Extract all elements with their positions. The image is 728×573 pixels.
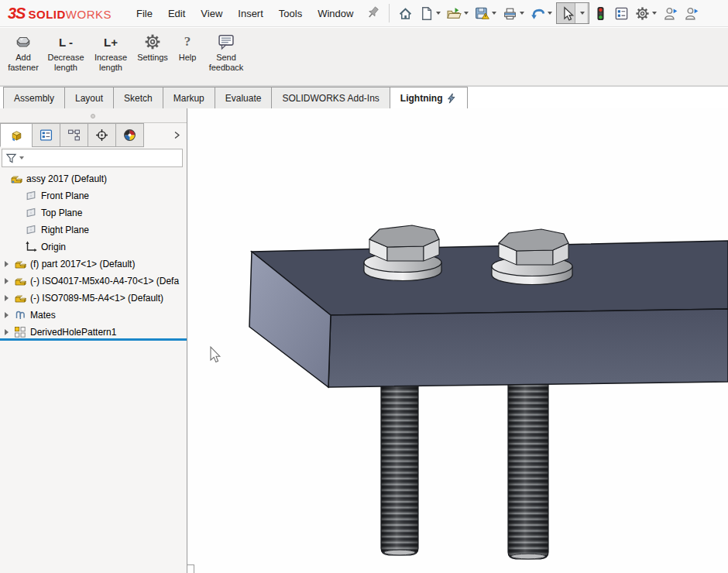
print-dropdown[interactable] bbox=[520, 12, 524, 15]
quick-access-toolbar bbox=[396, 2, 701, 24]
new-document-dropdown[interactable] bbox=[436, 12, 441, 15]
menu-items: File Edit View Insert Tools Window bbox=[129, 3, 361, 24]
part-icon bbox=[14, 292, 26, 304]
feature-manager-panel: assy 2017 (Default) Front Plane Top Plan… bbox=[0, 108, 187, 573]
send-feedback-button[interactable]: Send feedback bbox=[203, 31, 249, 74]
graphics-viewport[interactable] bbox=[187, 108, 728, 573]
options-dropdown[interactable] bbox=[652, 12, 657, 15]
splitter-dot-icon bbox=[91, 114, 95, 118]
configurationmanager-tab[interactable] bbox=[60, 123, 88, 147]
undo-dropdown[interactable] bbox=[548, 12, 552, 15]
tree-item-origin[interactable]: Origin bbox=[0, 238, 187, 256]
home-icon[interactable] bbox=[396, 5, 415, 22]
tab-lightning[interactable]: Lightning bbox=[390, 87, 469, 108]
options-gear-icon[interactable] bbox=[633, 5, 659, 22]
threaded-stud-right[interactable] bbox=[508, 379, 548, 559]
expand-arrow-icon[interactable] bbox=[5, 295, 9, 301]
open-dropdown[interactable] bbox=[464, 12, 469, 15]
plane-icon bbox=[25, 190, 37, 202]
dimxpertmanager-tab[interactable] bbox=[88, 123, 116, 147]
help-button[interactable]: ? Help bbox=[173, 31, 201, 64]
hole-pattern-icon bbox=[14, 326, 26, 338]
tree-item-mates[interactable]: Mates bbox=[0, 307, 187, 324]
funnel-filter-icon bbox=[5, 153, 17, 164]
undo-icon[interactable] bbox=[528, 5, 555, 22]
display-sphere-icon bbox=[123, 129, 136, 142]
hex-bolt-left[interactable] bbox=[364, 225, 441, 281]
mates-paperclip-icon bbox=[14, 309, 26, 321]
plane-icon bbox=[25, 224, 37, 236]
tab-solidworks-add-ins[interactable]: SOLIDWORKS Add-Ins bbox=[271, 87, 390, 108]
tree-item-assembly-root[interactable]: assy 2017 (Default) bbox=[0, 170, 187, 187]
tabstrip-empty-area bbox=[468, 87, 728, 108]
tab-evaluate[interactable]: Evaluate bbox=[215, 87, 273, 108]
user-login-icon[interactable] bbox=[661, 5, 680, 22]
menu-edit[interactable]: Edit bbox=[160, 3, 193, 24]
tree-item-top-plane[interactable]: Top Plane bbox=[0, 204, 187, 221]
menu-view[interactable]: View bbox=[193, 3, 230, 24]
tab-sketch[interactable]: Sketch bbox=[113, 87, 163, 108]
assembly-icon bbox=[10, 173, 22, 185]
plate-body[interactable] bbox=[249, 241, 728, 387]
tree-item-part-2017[interactable]: (f) part 2017<1> (Default) bbox=[0, 256, 187, 273]
new-document-icon[interactable] bbox=[417, 5, 443, 22]
user-share-icon[interactable] bbox=[682, 5, 701, 22]
property-list-icon bbox=[39, 129, 53, 142]
expand-arrow-icon[interactable] bbox=[5, 312, 9, 318]
featuremanager-tab[interactable] bbox=[0, 123, 33, 147]
decrease-length-button[interactable]: L - Decrease length bbox=[43, 31, 88, 74]
part-icon bbox=[14, 275, 26, 287]
menu-insert[interactable]: Insert bbox=[230, 3, 271, 24]
menu-tools[interactable]: Tools bbox=[271, 3, 310, 24]
scrollbar-corner-step bbox=[194, 564, 194, 573]
menu-window[interactable]: Window bbox=[310, 3, 361, 24]
length-minus-icon: L - bbox=[59, 33, 73, 51]
filter-dropdown-arrow[interactable] bbox=[19, 156, 24, 160]
expand-arrow-icon[interactable] bbox=[5, 278, 9, 284]
pin-menu-icon[interactable] bbox=[366, 5, 381, 21]
length-plus-icon: L+ bbox=[104, 33, 118, 51]
save-icon[interactable] bbox=[472, 5, 499, 22]
rollback-bar[interactable] bbox=[0, 338, 187, 341]
tree-item-right-plane[interactable]: Right Plane bbox=[0, 221, 187, 238]
tree-item-iso7089-washer[interactable]: (-) ISO7089-M5-A4<1> (Default) bbox=[0, 290, 187, 307]
threaded-stud-left[interactable] bbox=[381, 379, 418, 555]
settings-button[interactable]: Settings bbox=[133, 31, 172, 64]
solidworks-window: 3S SOLID WORKS File Edit View Insert Too… bbox=[0, 0, 728, 573]
expand-arrow-icon[interactable] bbox=[5, 261, 9, 267]
design-library-icon[interactable] bbox=[612, 5, 631, 22]
speech-bubble-icon bbox=[218, 33, 235, 51]
select-tool-button[interactable] bbox=[556, 2, 589, 24]
origin-axes-icon bbox=[25, 241, 37, 253]
save-dropdown[interactable] bbox=[492, 12, 496, 15]
displaymanager-tab[interactable] bbox=[115, 123, 144, 147]
help-question-icon: ? bbox=[184, 33, 191, 51]
panel-splitter-handle[interactable] bbox=[0, 108, 187, 122]
tab-markup[interactable]: Markup bbox=[163, 87, 215, 108]
open-icon[interactable] bbox=[445, 5, 471, 22]
plane-icon bbox=[25, 207, 37, 219]
3d-model-plate-with-bolts[interactable] bbox=[187, 108, 728, 573]
hex-bolt-right[interactable] bbox=[492, 229, 572, 285]
tab-assembly[interactable]: Assembly bbox=[3, 87, 65, 108]
expand-arrow-icon[interactable] bbox=[5, 329, 9, 335]
tree-item-front-plane[interactable]: Front Plane bbox=[0, 187, 187, 204]
select-tool-dropdown[interactable] bbox=[575, 3, 587, 23]
logo-mark: 3S bbox=[8, 5, 25, 22]
command-manager-tabs: Assembly Layout Sketch Markup Evaluate S… bbox=[0, 86, 728, 108]
settings-gear-icon bbox=[144, 33, 161, 51]
increase-length-button[interactable]: L+ Increase length bbox=[90, 31, 132, 74]
tab-layout[interactable]: Layout bbox=[64, 87, 114, 108]
feature-tree-icon bbox=[10, 129, 23, 142]
toolbar-divider bbox=[389, 4, 390, 22]
rebuild-traffic-light-icon[interactable] bbox=[591, 5, 610, 22]
select-cursor-icon bbox=[560, 6, 575, 21]
menu-file[interactable]: File bbox=[129, 3, 160, 24]
propertymanager-tab[interactable] bbox=[32, 123, 60, 147]
more-manager-tabs-button[interactable] bbox=[172, 123, 182, 147]
tree-filter-bar[interactable] bbox=[2, 149, 183, 167]
print-icon[interactable] bbox=[500, 5, 527, 22]
add-fastener-button[interactable]: Add fastener bbox=[5, 31, 42, 74]
addin-toolbar: Add fastener L - Decrease length L+ Incr… bbox=[0, 28, 728, 86]
tree-item-iso4017-bolt[interactable]: (-) ISO4017-M5x40-A4-70<1> (Defa bbox=[0, 273, 187, 290]
